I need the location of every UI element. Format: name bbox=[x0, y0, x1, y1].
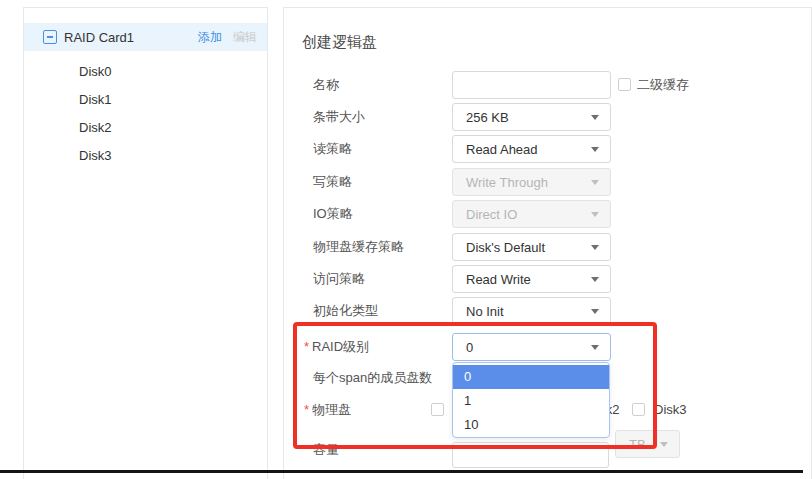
write-policy-select: Write Through bbox=[452, 168, 611, 196]
capacity-label: 容量 bbox=[313, 436, 448, 464]
init-type-value: No Init bbox=[466, 304, 504, 319]
secondary-cache-label: 二级缓存 bbox=[637, 78, 689, 92]
secondary-cache-checkbox[interactable] bbox=[618, 78, 631, 91]
span-members-label: 每个span的成员盘数 bbox=[313, 364, 448, 392]
pd-cache-policy-select[interactable]: Disk's Default bbox=[452, 233, 611, 261]
raid-tree-sidebar: RAID Card1 添加 编辑 Disk0 Disk1 Disk2 Disk3 bbox=[23, 7, 268, 479]
chevron-down-icon bbox=[591, 277, 599, 286]
tree-node-raid-card1[interactable]: RAID Card1 添加 编辑 bbox=[24, 23, 267, 51]
dropdown-option-1[interactable]: 1 bbox=[453, 389, 609, 413]
chevron-down-icon bbox=[591, 115, 599, 124]
name-label: 名称 bbox=[313, 71, 448, 99]
disk0-checkbox[interactable] bbox=[431, 403, 444, 416]
capacity-unit-value: TB bbox=[629, 437, 646, 452]
raid-level-label-text: RAID级别 bbox=[312, 339, 369, 354]
disk3-checkbox[interactable] bbox=[632, 403, 645, 416]
tree-item-disk3[interactable]: Disk3 bbox=[79, 142, 112, 170]
dropdown-option-10[interactable]: 10 bbox=[453, 413, 609, 437]
physical-disk-label-text: 物理盘 bbox=[312, 402, 351, 417]
tree-item-disk2[interactable]: Disk2 bbox=[79, 114, 112, 142]
raid-level-label: *RAID级别 bbox=[304, 333, 439, 361]
stripe-size-label: 条带大小 bbox=[313, 103, 448, 131]
chevron-down-icon bbox=[591, 309, 599, 318]
required-star: * bbox=[304, 339, 309, 354]
init-type-select[interactable]: No Init bbox=[452, 297, 611, 325]
edit-link[interactable]: 编辑 bbox=[233, 29, 257, 46]
name-input[interactable] bbox=[452, 71, 611, 99]
access-policy-label: 访问策略 bbox=[313, 265, 448, 293]
io-policy-value: Direct IO bbox=[466, 207, 517, 222]
raid-config-screen: RAID Card1 添加 编辑 Disk0 Disk1 Disk2 Disk3… bbox=[0, 0, 812, 479]
tree-item-disk0[interactable]: Disk0 bbox=[79, 58, 112, 86]
access-policy-select[interactable]: Read Write bbox=[452, 265, 611, 293]
document-border-line bbox=[0, 470, 803, 473]
raid-level-value: 0 bbox=[466, 340, 473, 355]
pd-cache-policy-value: Disk's Default bbox=[466, 240, 545, 255]
write-policy-value: Write Through bbox=[466, 175, 548, 190]
required-star: * bbox=[304, 402, 309, 417]
chevron-down-icon bbox=[591, 212, 599, 221]
stripe-size-value: 256 KB bbox=[466, 110, 509, 125]
init-type-label: 初始化类型 bbox=[313, 297, 448, 325]
capacity-unit-select[interactable]: TB bbox=[615, 430, 680, 458]
chevron-down-icon bbox=[591, 147, 599, 156]
pd-cache-policy-label: 物理盘缓存策略 bbox=[313, 233, 448, 261]
disk3-checkbox-label: Disk3 bbox=[654, 403, 687, 417]
chevron-down-icon bbox=[591, 345, 599, 354]
write-policy-label: 写策略 bbox=[313, 168, 448, 196]
read-policy-value: Read Ahead bbox=[466, 142, 538, 157]
chevron-down-icon bbox=[591, 180, 599, 189]
physical-disk-label: *物理盘 bbox=[304, 396, 439, 424]
chevron-down-icon bbox=[591, 245, 599, 254]
io-policy-label: IO策略 bbox=[313, 200, 448, 228]
access-policy-value: Read Write bbox=[466, 272, 531, 287]
tree-item-disk1[interactable]: Disk1 bbox=[79, 86, 112, 114]
dropdown-option-0[interactable]: 0 bbox=[453, 365, 609, 389]
read-policy-select[interactable]: Read Ahead bbox=[452, 135, 611, 163]
stripe-size-select[interactable]: 256 KB bbox=[452, 103, 611, 131]
page-title: 创建逻辑盘 bbox=[302, 33, 377, 52]
collapse-minus-icon[interactable] bbox=[43, 30, 57, 44]
raid-level-select[interactable]: 0 bbox=[452, 333, 611, 361]
raid-card-label: RAID Card1 bbox=[64, 30, 134, 45]
io-policy-select: Direct IO bbox=[452, 200, 611, 228]
read-policy-label: 读策略 bbox=[313, 135, 448, 163]
capacity-input[interactable] bbox=[452, 442, 609, 468]
chevron-down-icon bbox=[660, 442, 668, 451]
add-link[interactable]: 添加 bbox=[198, 29, 222, 46]
raid-level-dropdown-list: 0 1 10 bbox=[452, 362, 610, 438]
